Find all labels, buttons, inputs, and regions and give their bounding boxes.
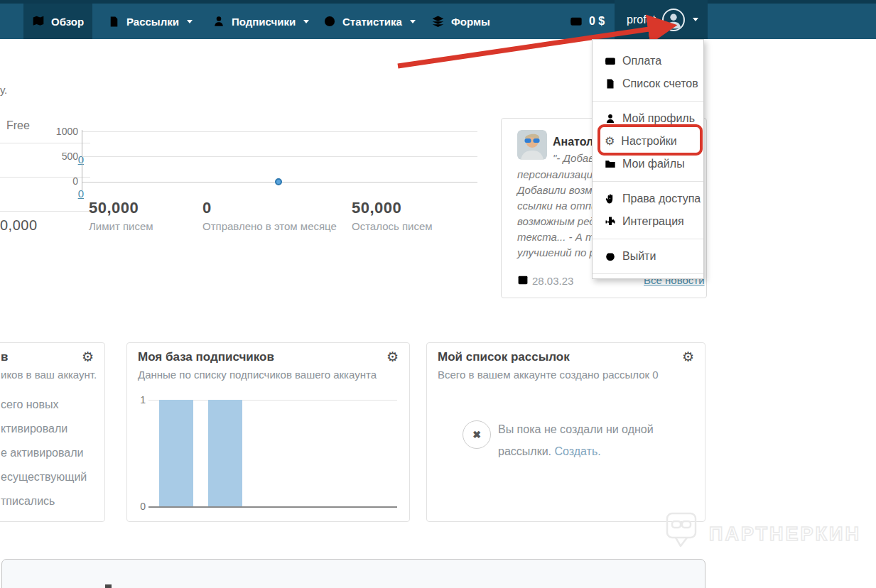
partial-big-number: 0,000 [0, 217, 38, 234]
menu-item-invoices[interactable]: Список счетов [593, 72, 703, 95]
stat-label: Осталось писем [352, 220, 433, 232]
balance-button[interactable]: 0 $ [561, 4, 613, 39]
nav-item-label: Рассылки [126, 16, 179, 28]
person-icon [605, 113, 616, 124]
menu-item-logout[interactable]: Выйти [593, 245, 703, 268]
menu-item-integration[interactable]: Интеграция [593, 210, 703, 233]
chevron-down-icon [187, 20, 193, 23]
card-title: Мой список рассылок [438, 350, 570, 364]
document-icon [108, 16, 120, 28]
y-tick-500: 500 [43, 151, 78, 162]
stat-value: 0 [202, 199, 212, 217]
nav-item-label: Обзор [51, 16, 84, 28]
person-icon [212, 15, 225, 28]
bar-y-tick-1: 1 [136, 394, 146, 405]
bar-chart-area [148, 400, 397, 506]
gear-icon[interactable]: ⚙ [682, 350, 694, 364]
chevron-down-icon [410, 20, 416, 23]
import-stat-item: ктивировали [1, 423, 67, 435]
nav-item-statistics[interactable]: Статистика [315, 4, 424, 39]
nav-item-forms[interactable]: Формы [423, 4, 499, 39]
power-icon [605, 251, 616, 262]
gear-icon: ⚙ [605, 136, 615, 147]
partial-sentence: у. [0, 84, 7, 96]
nav-item-label: Формы [451, 16, 490, 28]
stat-label: Отправлено в этом месяце [202, 220, 337, 232]
gear-icon[interactable]: ⚙ [386, 350, 399, 364]
menu-item-label: Оплата [622, 55, 661, 67]
bar [159, 400, 193, 506]
app-root: у. Free 0 0 0,000 1000 500 0 50,000 Лими… [0, 0, 876, 588]
empty-state-text-2: рассылки. Создать. [498, 445, 601, 458]
menu-group-logout: Выйти [593, 239, 703, 274]
user-dropdown-menu: Оплата Список счетов Мой профиль ⚙ Настр… [592, 39, 704, 279]
bar [208, 400, 242, 506]
menu-item-label: Мой профиль [622, 112, 695, 125]
menu-group-profile: Мой профиль ⚙ Настройки Мои файлы [593, 102, 703, 182]
avatar-silhouette-icon [664, 10, 683, 30]
line-chart-area [82, 131, 477, 182]
x-axis-line [148, 506, 397, 508]
card-subtitle: Всего в вашем аккаунте создано рассылок … [438, 369, 659, 381]
gear-icon[interactable]: ⚙ [82, 350, 94, 364]
stat-label: Лимит писем [89, 220, 153, 232]
menu-item-profile[interactable]: Мой профиль [593, 107, 703, 130]
menu-item-access-rights[interactable]: Права доступа [593, 187, 703, 210]
menu-group-access: Права доступа Интеграция [593, 182, 703, 239]
avatar [662, 9, 685, 31]
menu-item-label: Настройки [621, 135, 676, 148]
card-subtitle: Данные по списку подписчиков вашего акка… [138, 369, 377, 381]
menu-item-label: Список счетов [622, 77, 698, 90]
author-photo [517, 130, 547, 160]
user-menu-button[interactable]: profet [615, 0, 708, 39]
card-subtitle-fragment: иков в ваш аккаунт. [1, 369, 97, 381]
stat-value: 50,000 [89, 199, 139, 217]
menu-item-payment[interactable]: Оплата [593, 50, 703, 72]
watermark-logo-icon [663, 508, 704, 552]
nav-item-subscribers[interactable]: Подписчики [204, 4, 318, 39]
bottom-panel [1, 559, 705, 588]
nav-item-label: Статистика [342, 16, 402, 28]
import-stat-item: есуществующий [1, 471, 87, 484]
empty-state-fragment: рассылки. [498, 445, 551, 457]
hand-icon [605, 193, 616, 205]
watermark-text: ПАРТНЕРКИН [709, 523, 861, 545]
menu-item-label: Мои файлы [622, 158, 685, 170]
data-point [275, 178, 282, 185]
pie-chart-icon [323, 15, 336, 28]
menu-item-files[interactable]: Мои файлы [593, 153, 703, 175]
stat-value: 50,000 [352, 199, 401, 217]
bar-y-tick-0: 0 [136, 501, 146, 512]
import-stat-item: тписались [1, 495, 55, 508]
card-title-fragment: в [1, 350, 8, 364]
nav-item-campaigns[interactable]: Рассылки [99, 4, 201, 39]
top-nav: Обзор Рассылки Подписчики Статистика Фор… [0, 0, 876, 39]
divider [0, 211, 90, 212]
nav-item-overview[interactable]: Обзор [23, 4, 92, 39]
chevron-down-icon [303, 20, 309, 23]
menu-item-label: Права доступа [622, 192, 701, 205]
empty-state-icon: ✖ [463, 420, 491, 449]
menu-item-settings[interactable]: ⚙ Настройки [593, 130, 703, 153]
limit-row-link[interactable]: 0 [0, 187, 84, 200]
menu-item-label: Интеграция [622, 215, 684, 228]
calendar-icon [517, 274, 529, 285]
import-stat-item: сего новых [1, 398, 58, 411]
book-icon [32, 15, 45, 28]
partial-letter [105, 584, 112, 588]
author-photo-image [517, 130, 547, 160]
nav-item-label: Подписчики [232, 16, 296, 28]
folder-icon [605, 158, 616, 170]
puzzle-icon [605, 216, 616, 227]
news-date: 28.03.23 [532, 275, 573, 287]
menu-group-billing: Оплата Список счетов [593, 44, 703, 102]
empty-state-text: Вы пока не создали ни одной [498, 423, 654, 436]
wallet-icon [605, 55, 616, 67]
layers-icon [431, 15, 445, 28]
username: profet [627, 13, 656, 26]
campaign-list-card: Мой список рассылок ⚙ Всего в вашем акка… [426, 342, 705, 522]
y-tick-0: 0 [43, 175, 78, 187]
plan-label: Free [6, 119, 30, 132]
menu-item-label: Выйти [622, 250, 656, 263]
create-campaign-link[interactable]: Создать. [554, 445, 600, 457]
